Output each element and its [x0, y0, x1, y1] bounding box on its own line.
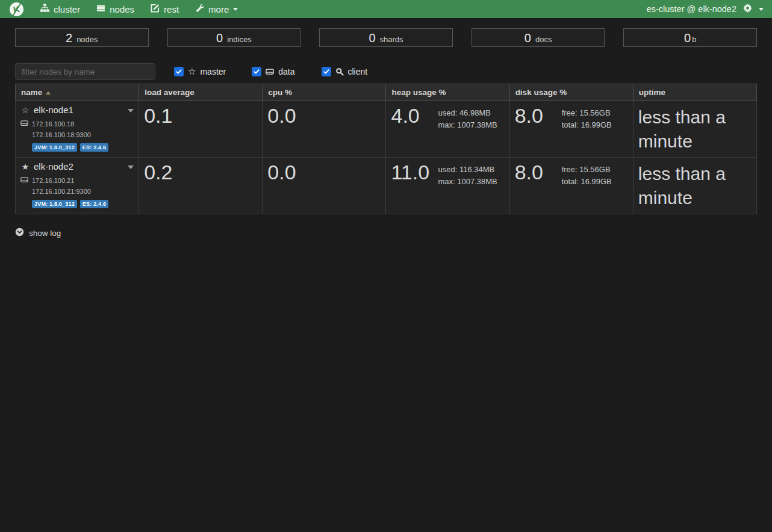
jvm-version-badge: JVM: 1.8.0_312 [32, 200, 77, 208]
stat-label: docs [535, 35, 552, 44]
stat-value: 2 [66, 31, 72, 45]
nav-item-nodes[interactable]: nodes [96, 4, 134, 14]
checkbox-checked-icon[interactable] [252, 67, 261, 76]
disk-usage-cell: 8.0 free: 15.56GB total: 16.99GB [509, 101, 633, 158]
stat-value: 0 [369, 31, 375, 45]
column-header-label: name [21, 88, 42, 97]
chevron-down-icon [759, 8, 764, 11]
stat-value: 0 [216, 31, 223, 45]
nav-item-cluster[interactable]: cluster [40, 4, 80, 14]
uptime-value: less than a minute [638, 105, 752, 153]
hard-drive-icon [20, 176, 28, 185]
node-name-cell: ☆ elk-node1 172.16.100.18 172.16.100.18:… [16, 101, 139, 158]
nav-item-label: nodes [110, 4, 134, 14]
load-average-value: 0.1 [144, 105, 172, 127]
column-header-cpu[interactable]: cpu % [263, 84, 386, 101]
sitemap-icon [40, 4, 49, 14]
heap-percent-value: 4.0 [391, 105, 438, 131]
nav-item-label: rest [164, 4, 179, 14]
column-header-label: load average [145, 88, 195, 97]
nav-item-rest[interactable]: rest [151, 4, 179, 14]
hard-drive-icon [20, 119, 28, 128]
load-average-cell: 0.2 [139, 158, 263, 214]
hard-drive-icon [266, 67, 274, 76]
node-address: 172.16.100.18 [32, 120, 74, 128]
heap-max: max: 1007.38MB [438, 176, 497, 188]
cpu-value: 0.0 [267, 105, 296, 127]
column-header-disk-usage[interactable]: disk usage % [509, 84, 633, 101]
load-average-value: 0.2 [144, 161, 172, 184]
table-row: ☆ elk-node1 172.16.100.18 172.16.100.18:… [16, 101, 757, 158]
disk-total: total: 16.99GB [562, 176, 612, 188]
stat-shards: 0 shards [319, 28, 453, 47]
chevron-down-icon [233, 8, 238, 11]
wrench-icon [195, 4, 204, 14]
stat-value: 0 [684, 31, 691, 45]
circle-chevron-down-icon [15, 227, 24, 238]
filter-row: ☆ master data client [15, 63, 757, 80]
checkbox-checked-icon[interactable] [174, 67, 184, 76]
column-header-name[interactable]: name [16, 84, 139, 101]
stat-nodes: 2 nodes [15, 28, 149, 47]
heap-max: max: 1007.38MB [438, 119, 497, 131]
cluster-selector-label: es-cluster @ elk-node2 [647, 4, 736, 14]
disk-percent-value: 8.0 [515, 161, 562, 188]
checkbox-label: data [278, 67, 294, 76]
client-filter-checkbox[interactable]: client [322, 67, 368, 76]
nav-item-label: cluster [54, 4, 80, 14]
column-header-label: uptime [639, 88, 665, 97]
nav-item-more[interactable]: more [195, 4, 238, 14]
stat-size: 0 b [623, 28, 757, 47]
navbar: K cluster nodes rest more es-cluster @ e… [0, 0, 772, 18]
node-address: 172.16.100.21 [32, 177, 74, 184]
uptime-cell: less than a minute [633, 158, 756, 214]
node-transport-address: 172.16.100.21:9300 [32, 188, 134, 195]
column-header-label: disk usage % [515, 88, 567, 97]
column-header-label: heap usage % [391, 88, 446, 97]
column-header-heap-usage[interactable]: heap usage % [386, 84, 509, 101]
disk-free: free: 15.56GB [562, 164, 612, 176]
nodes-table: name load average cpu % heap usage % dis… [15, 84, 757, 214]
uptime-value: less than a minute [638, 161, 752, 210]
es-version-badge: ES: 2.4.6 [80, 200, 108, 208]
column-header-load-average[interactable]: load average [139, 84, 263, 101]
es-version-badge: ES: 2.4.6 [80, 143, 108, 152]
nav-item-label: more [208, 4, 229, 14]
stat-label: nodes [76, 35, 98, 44]
node-transport-address: 172.16.100.18:9300 [32, 131, 134, 138]
kopf-logo-letter: K [13, 4, 21, 15]
show-log-toggle[interactable]: show log [15, 227, 61, 238]
gear-icon[interactable] [743, 4, 752, 14]
cluster-summary: 2 nodes 0 indices 0 shards 0 docs 0 b [15, 28, 757, 47]
column-header-uptime[interactable]: uptime [633, 84, 756, 101]
disk-free: free: 15.56GB [562, 107, 612, 119]
search-icon [335, 67, 344, 76]
stat-value: 0 [525, 31, 531, 45]
star-filled-icon: ★ [20, 162, 30, 172]
node-name-cell: ★ elk-node2 172.16.100.21 172.16.100.21:… [16, 158, 139, 214]
checkbox-label: master [200, 67, 226, 76]
star-outline-icon: ☆ [188, 67, 196, 76]
kopf-logo[interactable]: K [8, 1, 25, 17]
cpu-value: 0.0 [267, 161, 296, 184]
checkbox-checked-icon[interactable] [322, 67, 331, 76]
column-header-label: cpu % [268, 88, 292, 97]
node-actions-chevron-down-icon[interactable] [128, 165, 134, 169]
stat-docs: 0 docs [472, 28, 605, 47]
cluster-selector[interactable]: es-cluster @ elk-node2 [647, 4, 764, 14]
load-average-cell: 0.1 [139, 101, 263, 158]
node-filter-input[interactable] [15, 63, 155, 80]
stat-label: indices [227, 35, 251, 44]
disk-total: total: 16.99GB [562, 119, 612, 131]
data-filter-checkbox[interactable]: data [252, 67, 294, 76]
master-filter-checkbox[interactable]: ☆ master [174, 67, 226, 76]
cpu-cell: 0.0 [263, 158, 386, 214]
stat-label: b [692, 35, 696, 44]
disk-percent-value: 8.0 [515, 105, 562, 131]
stat-label: shards [380, 35, 403, 44]
jvm-version-badge: JVM: 1.8.0_312 [32, 143, 77, 152]
node-actions-chevron-down-icon[interactable] [128, 109, 134, 113]
server-icon [96, 4, 105, 14]
node-name: elk-node2 [34, 161, 73, 172]
edit-icon [151, 4, 160, 14]
